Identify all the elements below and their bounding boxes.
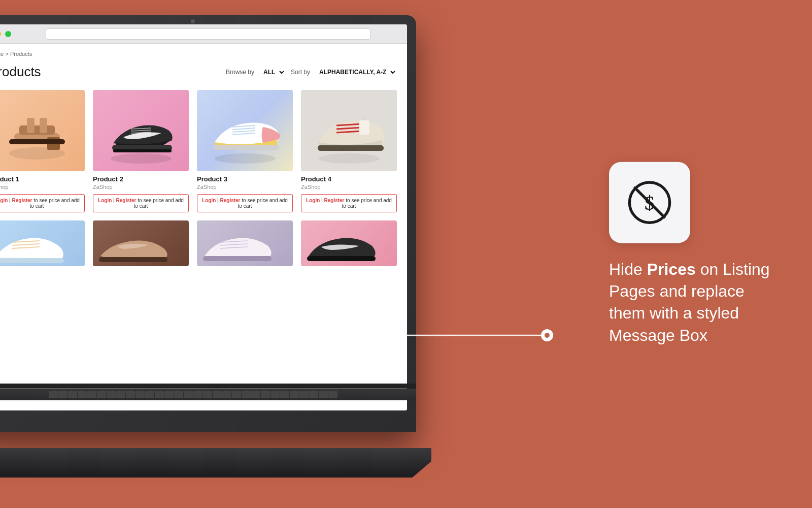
login-cta-3[interactable]: Login | Register to see price and add to…: [197, 194, 293, 212]
login-link-1[interactable]: Login: [0, 198, 8, 203]
product-5-illustration: [0, 220, 70, 266]
breadcrumb: Home > Products: [0, 51, 397, 57]
svg-point-19: [319, 153, 380, 164]
no-price-icon: $: [627, 180, 672, 226]
keyboard-key: [280, 391, 289, 398]
keyboard-key: [126, 391, 135, 398]
product-partial-6: [93, 220, 189, 266]
products-grid-row1: Product 1 ZaShop Login | Register to see…: [0, 90, 397, 212]
keyboard-key: [145, 391, 154, 398]
keyboard-key: [232, 391, 241, 398]
feature-text-prices: Prices: [647, 260, 696, 278]
feature-text-hide: Hide: [609, 260, 647, 278]
product-brand-3: ZaShop: [197, 184, 293, 190]
svg-rect-14: [214, 145, 279, 150]
product-card-3: Product 3 ZaShop Login | Register to see…: [197, 90, 293, 212]
svg-point-36: [542, 330, 553, 341]
laptop-screen: Home > Products Products Browse by ALL S…: [0, 24, 407, 410]
svg-rect-30: [99, 257, 167, 262]
register-link-3[interactable]: Register: [220, 198, 240, 203]
laptop-hinge: [0, 384, 416, 389]
page-header: Products Browse by ALL Sort by ALPHABETI…: [0, 64, 397, 80]
laptop-base: [0, 448, 431, 462]
filter-bar: Browse by ALL Sort by ALPHABETICALLY, A-…: [226, 67, 397, 77]
login-link-2[interactable]: Login: [98, 198, 112, 203]
browser-minimize-dot: [0, 31, 1, 37]
product-image-1: [0, 90, 85, 171]
laptop-camera: [191, 19, 195, 23]
product-name-4: Product 4: [301, 175, 397, 183]
keyboard-key: [107, 391, 116, 398]
page-title: Products: [0, 64, 41, 80]
keyboard-key: [203, 391, 212, 398]
shop-page: Home > Products Products Browse by ALL S…: [0, 44, 407, 410]
svg-point-7: [111, 153, 172, 164]
product-8-illustration: [301, 220, 382, 266]
keyboard-key: [309, 391, 318, 398]
register-link-4[interactable]: Register: [324, 198, 344, 203]
keyboard-key: [155, 391, 164, 398]
svg-rect-23: [359, 120, 369, 135]
keyboard-key: [270, 391, 280, 398]
product-partial-7: [197, 220, 293, 266]
keyboard-key: [68, 391, 77, 398]
keyboard-key: [49, 391, 58, 398]
login-link-4[interactable]: Login: [306, 198, 320, 203]
svg-rect-6: [9, 139, 65, 144]
laptop-lid: Home > Products Products Browse by ALL S…: [0, 15, 416, 432]
product-6-illustration: [93, 220, 174, 266]
keyboard-key: [87, 391, 96, 398]
product-1-illustration: [4, 92, 70, 171]
keyboard-key: [78, 391, 87, 398]
product-name-2: Product 2: [93, 175, 189, 183]
keyboard-key: [136, 391, 145, 398]
product-card-4: Product 4 ZaShop Login | Register to see…: [301, 90, 397, 212]
svg-rect-2: [19, 125, 55, 135]
browse-by-select[interactable]: ALL: [259, 67, 286, 77]
login-cta-1[interactable]: Login | Register to see price and add to…: [0, 194, 85, 212]
keyboard-key: [97, 391, 106, 398]
login-cta-2[interactable]: Login | Register to see price and add to…: [93, 194, 189, 212]
product-7-illustration: [197, 220, 278, 266]
browser-chrome: [0, 24, 407, 44]
product-4-illustration: [311, 92, 387, 171]
keyboard-key: [58, 391, 67, 398]
keyboard-key: [319, 391, 328, 398]
product-partial-8: [301, 220, 397, 266]
right-panel: $ Hide Prices on Listing Pages and repla…: [609, 162, 782, 346]
product-image-2: [93, 90, 189, 171]
svg-rect-25: [318, 145, 384, 151]
sort-by-select[interactable]: ALPHABETICALLY, A-Z: [315, 67, 397, 77]
product-card-2: Product 2 ZaShop Login | Register to see…: [93, 90, 189, 212]
keyboard-key: [290, 391, 299, 398]
svg-rect-31: [203, 256, 272, 261]
keyboard-key: [164, 391, 174, 398]
keyboard-key: [174, 391, 183, 398]
product-card-1: Product 1 ZaShop Login | Register to see…: [0, 90, 85, 212]
cta-text-3: to see price and add to cart: [238, 198, 288, 209]
cta-text-1: to see price and add to cart: [30, 198, 80, 209]
product-name-1: Product 1: [0, 175, 85, 183]
product-brand-2: ZaShop: [93, 184, 189, 190]
cta-text-2: to see price and add to cart: [134, 198, 184, 209]
product-image-3: [197, 90, 293, 171]
keyboard-key: [222, 391, 231, 398]
browser-url-bar: [46, 28, 370, 40]
register-link-2[interactable]: Register: [116, 198, 136, 203]
keyboard-key: [251, 391, 260, 398]
svg-point-37: [545, 333, 550, 338]
keyboard-key: [116, 391, 125, 398]
register-link-1[interactable]: Register: [12, 198, 32, 203]
laptop-keyboard: [0, 389, 416, 400]
products-grid-row2: [0, 220, 397, 266]
product-brand-1: ZaShop: [0, 184, 85, 190]
sort-by-label: Sort by: [291, 69, 310, 76]
svg-rect-35: [307, 256, 376, 261]
keyboard-key: [213, 391, 222, 398]
svg-rect-9: [113, 149, 172, 152]
feature-icon-box: $: [609, 162, 690, 243]
login-cta-4[interactable]: Login | Register to see price and add to…: [301, 194, 397, 212]
login-link-3[interactable]: Login: [202, 198, 216, 203]
product-partial-5: [0, 220, 85, 266]
keyboard-key: [184, 391, 193, 398]
